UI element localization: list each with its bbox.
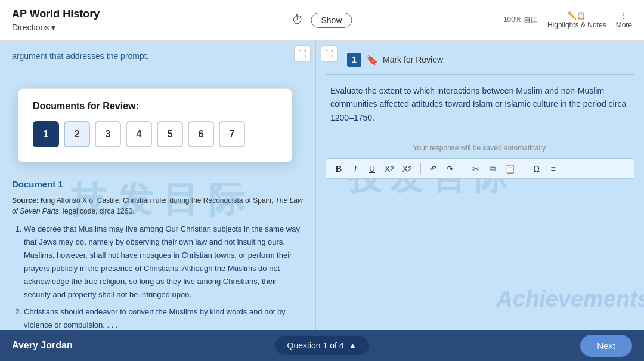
doc-tab-4[interactable]: 4 <box>126 121 152 147</box>
subscript-button[interactable]: X2 <box>400 163 414 175</box>
document-list: We decree that Muslims may live among Ou… <box>12 223 304 330</box>
doc-tabs: 1 2 3 4 5 6 7 <box>33 121 277 147</box>
toolbar-divider-2 <box>463 163 463 174</box>
document-label: Document 1 <box>12 179 304 189</box>
superscript-button[interactable]: X2 <box>382 163 397 175</box>
student-name: Avery Jordan <box>12 340 73 351</box>
source-content: King Alfonso X of Castile, Christian rul… <box>12 196 303 215</box>
show-button[interactable]: Show <box>311 13 352 28</box>
next-button[interactable]: Next <box>580 335 632 357</box>
top-text: argument that addresses the prompt. <box>12 50 304 63</box>
question-nav-chevron-icon: ▲ <box>349 341 357 350</box>
left-panel: 技 发 目 际 argument that addresses the prom… <box>0 41 316 330</box>
toolbar-divider-3 <box>524 163 524 174</box>
auto-save-text: Your response will be saved automaticall… <box>326 144 634 152</box>
mark-review-section: 1 🔖 Mark for Review <box>326 53 634 75</box>
toolbar-divider-1 <box>420 163 421 174</box>
paste-button[interactable]: 📋 <box>503 163 518 175</box>
cut-button[interactable]: ✂ <box>469 163 482 175</box>
right-panel: Achievements 技 发 目 际 ⛶ 1 🔖 Mark for Revi… <box>316 41 644 330</box>
doc-tab-6[interactable]: 6 <box>188 121 214 147</box>
omega-button[interactable]: Ω <box>530 163 543 175</box>
editor-toolbar: B I U X2 X2 ↶ ↷ ✂ ⧉ 📋 Ω ≡ <box>326 158 634 179</box>
left-expand-icon[interactable]: ⛶ <box>294 45 311 62</box>
doc-review-title: Documents for Review: <box>33 101 277 112</box>
copy-button[interactable]: ⧉ <box>486 162 499 175</box>
footer: Avery Jordan Question 1 of 4 ▲ Next <box>0 330 644 361</box>
watermark-achievements: Achievements <box>496 286 644 312</box>
highlights-icon: ✏️📋 <box>568 11 586 20</box>
left-content: argument that addresses the prompt. <box>0 41 315 79</box>
doc-tab-3[interactable]: 3 <box>95 121 121 147</box>
more-button[interactable]: ⋮ More <box>616 11 632 29</box>
question-text: Evaluate the extent to which interaction… <box>326 84 634 134</box>
document-section: Document 1 Source: King Alfonso X of Cas… <box>0 172 315 330</box>
directions-label: Directions <box>12 23 49 32</box>
directions-button[interactable]: Directions ▾ <box>12 23 55 32</box>
header-left: AP World History Directions ▾ <box>12 8 503 32</box>
highlights-label: Highlights & Notes <box>547 21 606 29</box>
redo-button[interactable]: ↷ <box>444 163 457 175</box>
doc-tab-2[interactable]: 2 <box>64 121 90 147</box>
question-nav-label: Question 1 of 4 <box>287 341 344 350</box>
zoom-level: 100% 自由 <box>503 15 538 25</box>
header: AP World History Directions ▾ ⏱ Show 100… <box>0 0 644 41</box>
more-icon: ⋮ <box>620 11 627 20</box>
source-text: Source: King Alfonso X of Castile, Chris… <box>12 195 304 217</box>
list-item: Christians should endeavor to convert th… <box>24 306 304 330</box>
doc-tab-5[interactable]: 5 <box>157 121 183 147</box>
header-right: 100% 自由 ✏️📋 Highlights & Notes ⋮ More <box>503 11 632 29</box>
mark-review-label[interactable]: Mark for Review <box>383 55 443 64</box>
main-area: 技 发 目 际 argument that addresses the prom… <box>0 41 644 330</box>
underline-button[interactable]: U <box>366 163 379 175</box>
header-center: ⏱ Show <box>292 13 352 28</box>
question-number: 1 <box>347 53 361 67</box>
clock-icon: ⏱ <box>292 13 304 27</box>
highlights-button[interactable]: ✏️📋 Highlights & Notes <box>547 11 606 29</box>
justify-button[interactable]: ≡ <box>547 163 560 175</box>
italic-button[interactable]: I <box>349 163 362 175</box>
undo-button[interactable]: ↶ <box>427 163 440 175</box>
doc-tab-1[interactable]: 1 <box>33 121 59 147</box>
list-item: We decree that Muslims may live among Ou… <box>24 223 304 302</box>
app-title: AP World History <box>12 8 503 20</box>
doc-review-popup: Documents for Review: 1 2 3 4 5 6 7 <box>18 88 292 162</box>
directions-chevron-icon: ▾ <box>51 23 55 32</box>
source-label: Source: <box>12 196 39 205</box>
bookmark-icon: 🔖 <box>366 54 378 66</box>
more-label: More <box>616 21 632 29</box>
question-nav: Question 1 of 4 ▲ <box>275 336 369 355</box>
question-nav-button[interactable]: Question 1 of 4 ▲ <box>275 336 369 355</box>
doc-tab-7[interactable]: 7 <box>219 121 245 147</box>
bold-button[interactable]: B <box>332 163 345 175</box>
